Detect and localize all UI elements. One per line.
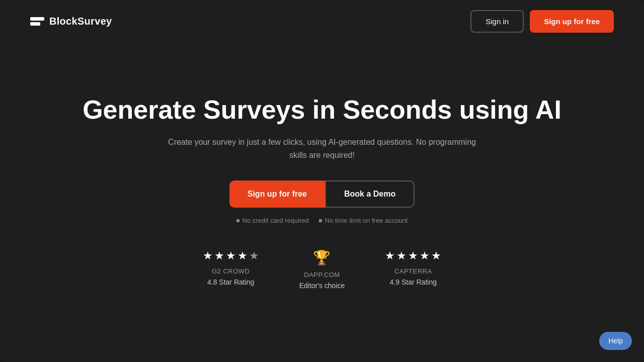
cap-star-1 — [385, 249, 395, 262]
rating-dapp: 🏆 DAPP.COM Editor's choice — [299, 249, 345, 290]
hero-title: Generate Surveys in Seconds using AI — [83, 95, 561, 125]
cap-star-5 — [431, 249, 441, 262]
page-wrapper: BlockSurvey Sign in Sign up for free Gen… — [0, 0, 644, 362]
book-demo-button[interactable]: Book a Demo — [325, 180, 415, 208]
disclaimer-1: No credit card required — [236, 217, 309, 224]
trophy-icon: 🏆 — [313, 249, 331, 266]
capterra-label: 4.9 Star Rating — [390, 278, 437, 286]
star-4 — [237, 249, 248, 262]
dot-icon-1 — [236, 219, 239, 222]
dapp-label: Editor's choice — [299, 282, 345, 290]
header-buttons: Sign in Sign up for free — [470, 10, 614, 33]
disclaimer-2: No time limit on free account — [319, 217, 408, 224]
g2-stars — [203, 249, 259, 262]
signup-main-button[interactable]: Sign up for free — [229, 180, 325, 208]
cap-star-3 — [408, 249, 418, 262]
disclaimer-area: No credit card required No time limit on… — [236, 217, 408, 224]
g2-source: G2 CROWD — [212, 267, 250, 275]
logo-text: BlockSurvey — [49, 16, 112, 27]
signin-button[interactable]: Sign in — [470, 10, 524, 33]
hero-subtitle: Create your survey in just a few clicks,… — [166, 136, 478, 161]
header: BlockSurvey Sign in Sign up for free — [0, 0, 644, 43]
rating-g2: G2 CROWD 4.8 Star Rating — [203, 249, 259, 286]
main-content: Generate Surveys in Seconds using AI Cre… — [0, 43, 644, 362]
star-2 — [214, 249, 224, 262]
star-1 — [203, 249, 213, 262]
ratings-section: G2 CROWD 4.8 Star Rating 🏆 DAPP.COM Edit… — [203, 249, 442, 290]
cap-star-2 — [396, 249, 407, 262]
star-3 — [226, 249, 236, 262]
dapp-source: DAPP.COM — [304, 271, 340, 279]
g2-label: 4.8 Star Rating — [207, 278, 254, 286]
cap-star-4 — [420, 249, 430, 262]
logo-area: BlockSurvey — [30, 16, 112, 27]
cta-buttons: Sign up for free Book a Demo — [229, 180, 415, 208]
signup-header-button[interactable]: Sign up for free — [530, 10, 614, 33]
capterra-source: CAPTERRA — [394, 267, 432, 275]
logo-bar-2 — [30, 22, 40, 26]
help-button[interactable]: Help — [599, 332, 632, 350]
logo-icon — [30, 17, 44, 26]
capterra-stars — [385, 249, 441, 262]
star-5 — [249, 249, 259, 262]
rating-capterra: CAPTERRA 4.9 Star Rating — [385, 249, 441, 286]
logo-bar-1 — [30, 17, 44, 21]
dot-icon-2 — [319, 219, 322, 222]
